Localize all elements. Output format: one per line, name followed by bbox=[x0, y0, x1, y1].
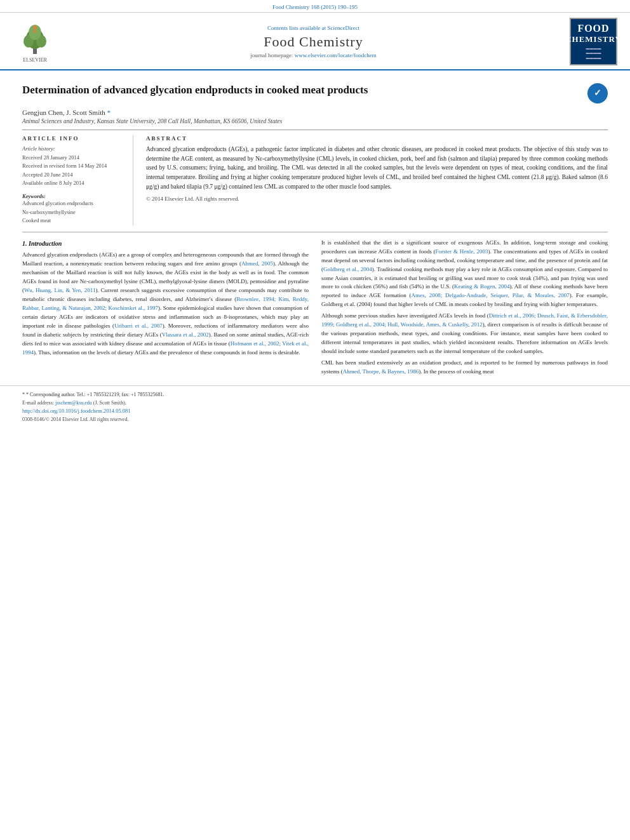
intro-para-3: Although some previous studies have inve… bbox=[321, 312, 608, 356]
main-content: Determination of advanced glycation endp… bbox=[0, 70, 630, 385]
cite-hofmann[interactable]: Hofmann et al., 2002; Vitek et al., 1994 bbox=[22, 340, 309, 356]
cite-brownlee[interactable]: Brownlee, 1994; Kim, Reddy, Rahbar, Lant… bbox=[22, 296, 309, 311]
cite-ahmed-2005[interactable]: Ahmed, 2005 bbox=[241, 260, 273, 267]
keyword-1: Advanced glycation endproducts bbox=[22, 199, 125, 208]
history-label: Article history: bbox=[22, 145, 125, 154]
journal-homepage: journal homepage: www.elsevier.com/locat… bbox=[57, 52, 570, 58]
abstract-column: ABSTRACT Advanced glycation endproducts … bbox=[146, 135, 608, 225]
intro-para-4: CML has been studied extensively as an o… bbox=[321, 359, 608, 377]
keyword-3: Cooked meat bbox=[22, 217, 125, 225]
logo-food-text: FOOD bbox=[577, 22, 609, 34]
author-names: Gengjun Chen, J. Scott Smith bbox=[22, 109, 107, 116]
elsevier-tree-icon bbox=[16, 21, 54, 56]
elsevier-text: ELSEVIER bbox=[23, 57, 47, 63]
article-title-section: Determination of advanced glycation endp… bbox=[22, 83, 608, 103]
svg-rect-6 bbox=[34, 29, 36, 33]
article-history: Article history: Received 28 January 201… bbox=[22, 145, 125, 188]
article-info-heading: ARTICLE INFO bbox=[22, 135, 125, 142]
accepted-date: Accepted 20 June 2014 bbox=[22, 171, 125, 180]
article-title-text: Determination of advanced glycation endp… bbox=[22, 83, 578, 98]
body-right-column: It is established that the diet is a sig… bbox=[321, 239, 608, 379]
copyright-line: © 2014 Elsevier Ltd. All rights reserved… bbox=[146, 196, 608, 202]
cite-keating[interactable]: Keating & Bogen, 2004 bbox=[454, 283, 509, 290]
logo-chemistry-text: CHEMISTRY bbox=[565, 34, 622, 44]
keywords-label: Keywords: bbox=[22, 193, 125, 199]
journal-header-center: Contents lists available at ScienceDirec… bbox=[57, 25, 570, 58]
journal-header: ELSEVIER Contents lists available at Sci… bbox=[0, 13, 630, 70]
body-left-column: 1. Introduction Advanced glycation endpr… bbox=[22, 239, 309, 379]
intro-section-label: Introduction bbox=[29, 240, 62, 247]
cite-forster[interactable]: Forster & Henle, 2003 bbox=[436, 248, 488, 255]
cite-ahmed-1986[interactable]: Ahmed, Thorpe, & Baynes, 1986 bbox=[343, 368, 419, 375]
cite-dittrich[interactable]: Dittrich et al., 2006; Drusch, Faist, & … bbox=[321, 312, 608, 328]
journal-citation: Food Chemistry 168 (2015) 190–195 bbox=[272, 4, 358, 10]
homepage-label: journal homepage: bbox=[250, 52, 294, 58]
intro-section-number: 1. bbox=[22, 240, 27, 247]
intro-col1-text: Advanced glycation endproducts (AGEs) ar… bbox=[22, 251, 309, 357]
section-divider bbox=[22, 232, 608, 232]
logo-subtext: ▬▬▬▬▬▬▬▬▬▬▬▬ bbox=[586, 46, 601, 61]
cite-goldberg-2004[interactable]: Goldberg et al., 2004 bbox=[323, 266, 372, 272]
article-meta-section: ARTICLE INFO Article history: Received 2… bbox=[22, 130, 608, 225]
email-link[interactable]: jsschem@ksu.edu bbox=[55, 400, 92, 406]
email-line: E-mail address: jsschem@ksu.edu (J. Scot… bbox=[22, 399, 608, 408]
homepage-url[interactable]: www.elsevier.com/locate/foodchem bbox=[295, 52, 377, 58]
cite-wu-2011[interactable]: Wu, Huang, Lin, & Yen, 2011 bbox=[24, 287, 95, 293]
food-chemistry-logo: FOOD CHEMISTRY ▬▬▬▬▬▬▬▬▬▬▬▬ bbox=[570, 18, 617, 65]
body-columns: 1. Introduction Advanced glycation endpr… bbox=[22, 239, 608, 379]
sciencedirect-name[interactable]: ScienceDirect bbox=[328, 25, 359, 31]
doi-line[interactable]: http://dx.doi.org/10.1016/j.foodchem.201… bbox=[22, 407, 608, 416]
revised-date: Received in revised form 14 May 2014 bbox=[22, 162, 125, 171]
intro-para-2: It is established that the diet is a sig… bbox=[321, 239, 608, 310]
intro-section-title: 1. Introduction bbox=[22, 239, 309, 249]
received-date: Received 28 January 2014 bbox=[22, 154, 125, 163]
corresponding-star: * bbox=[107, 109, 111, 116]
email-suffix: (J. Scott Smith). bbox=[93, 400, 126, 406]
abstract-heading: ABSTRACT bbox=[146, 135, 608, 142]
email-label: E-mail address: bbox=[22, 400, 54, 406]
footnote-text: * Corresponding author. Tel.: +1 7855321… bbox=[26, 392, 164, 397]
authors-line: Gengjun Chen, J. Scott Smith * bbox=[22, 109, 608, 116]
doi-text: http://dx.doi.org/10.1016/j.foodchem.201… bbox=[22, 408, 131, 414]
journal-title: Food Chemistry bbox=[57, 34, 570, 50]
keywords-section: Keywords: Advanced glycation endproducts… bbox=[22, 193, 125, 225]
page-footer: * * Corresponding author. Tel.: +1 78553… bbox=[0, 385, 630, 429]
crossmark-badge[interactable]: ✓ bbox=[587, 83, 608, 103]
intro-para-1: Advanced glycation endproducts (AGEs) ar… bbox=[22, 251, 309, 357]
cite-uribarri[interactable]: Uribarri et al., 2007 bbox=[114, 323, 163, 329]
elsevier-logo: ELSEVIER bbox=[13, 21, 57, 63]
footnote-corresponding: * * Corresponding author. Tel.: +1 78553… bbox=[22, 391, 608, 399]
affiliation: Animal Sciences and Industry, Kansas Sta… bbox=[22, 118, 608, 124]
article-info-column: ARTICLE INFO Article history: Received 2… bbox=[22, 135, 133, 225]
issn-line: 0308-8146/© 2014 Elsevier Ltd. All right… bbox=[22, 416, 608, 424]
sciencedirect-link[interactable]: Contents lists available at ScienceDirec… bbox=[57, 25, 570, 31]
page-wrapper: Food Chemistry 168 (2015) 190–195 ELSEVI… bbox=[0, 0, 630, 429]
svg-point-5 bbox=[33, 25, 37, 29]
available-date: Available online 8 July 2014 bbox=[22, 179, 125, 188]
intro-col2-text: It is established that the diet is a sig… bbox=[321, 239, 608, 377]
cite-ames[interactable]: Ames, 2008; Delgado-Andrade, Seiquer, Pi… bbox=[412, 292, 570, 298]
keywords-list: Advanced glycation endproducts Nε-carbox… bbox=[22, 199, 125, 225]
cite-vlassara[interactable]: Vlassara et al., 2002 bbox=[162, 331, 209, 338]
abstract-text: Advanced glycation endproducts (AGEs), a… bbox=[146, 145, 608, 192]
top-citation-bar: Food Chemistry 168 (2015) 190–195 bbox=[0, 0, 630, 13]
keyword-2: Nε-carboxymethyllysine bbox=[22, 208, 125, 217]
